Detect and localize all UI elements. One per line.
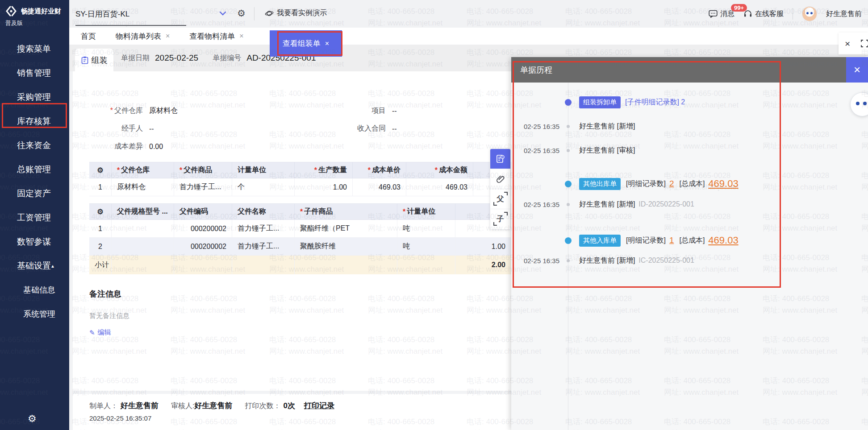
contract-field-value[interactable]: -- — [392, 125, 397, 133]
tab-bom-list[interactable]: 物料清单列表 × — [116, 31, 170, 41]
child-item-nav-button[interactable]: 子 — [490, 209, 510, 229]
remarks-title: 备注信息 — [89, 289, 511, 299]
close-icon[interactable]: × — [166, 32, 170, 40]
planet-icon — [265, 10, 274, 17]
tab-home[interactable]: 首页 — [81, 31, 96, 41]
event-text: 好生意售前 [审核] — [579, 146, 635, 155]
drawer-close-button[interactable]: × — [846, 57, 868, 83]
sidebar-item-purchase[interactable]: 采购管理 — [0, 85, 69, 109]
assembly-doc-meta: [子件明细记录数] 2 — [625, 98, 685, 107]
sidebar-item-system-mgmt[interactable]: 系统管理 — [0, 302, 69, 326]
outbound-doc-badge[interactable]: 其他出库单 — [579, 178, 621, 190]
doc-history-button[interactable] — [490, 149, 510, 169]
sidebar-item-smart-advisor[interactable]: 数智参谋 — [0, 230, 69, 254]
messages-button[interactable]: 消息 99+ — [709, 9, 734, 19]
inbound-doc-badge[interactable]: 其他入库单 — [579, 235, 621, 247]
total-cost-label: [总成本] — [679, 236, 705, 245]
demo-link[interactable]: 我要看实例演示 — [265, 8, 327, 18]
demo-label: 我要看实例演示 — [277, 8, 327, 18]
col-header-parent-spec: 父件规格型号 ... — [112, 203, 174, 220]
assembly-doc-badge[interactable]: 组装拆卸单 — [579, 96, 621, 108]
settings-gear-icon[interactable]: ⚙ — [237, 8, 246, 19]
doc-type-label: 组装 — [92, 55, 108, 66]
drawer-header: 单据历程 × — [511, 57, 868, 83]
subtotal-qty: 2.00 — [455, 256, 511, 274]
user-avatar[interactable] — [802, 6, 817, 21]
logo-row: 畅捷通好业财 — [0, 0, 69, 17]
event-time: 02-25 16:35 — [511, 201, 559, 208]
close-icon[interactable]: × — [239, 32, 243, 40]
edit-label: 编辑 — [98, 328, 111, 337]
tab-label: 查看物料清单 — [189, 31, 235, 41]
sidebar-item-sales[interactable]: 销售管理 — [0, 61, 69, 85]
sidebar-item-basic-info[interactable]: 基础信息 — [0, 278, 69, 302]
record-count-link[interactable]: 1 — [669, 236, 674, 245]
user-name[interactable]: 好生意售前 — [826, 9, 862, 19]
handler-field-value[interactable]: -- — [149, 125, 283, 133]
sidebar-item-payroll[interactable]: 工资管理 — [0, 206, 69, 230]
row-index: 1 — [89, 220, 112, 238]
sidebar-nav: 搜索菜单 销售管理 采购管理 库存核算 往来资金 总账管理 固定资产 工资管理 … — [0, 37, 69, 326]
timeline-doc-assembly: 组装拆卸单 [子件明细记录数] 2 — [511, 96, 868, 108]
online-service-button[interactable]: 在线客服 — [743, 9, 784, 19]
attachment-button[interactable] — [490, 169, 510, 189]
doc-type-pill[interactable]: 组装 — [75, 49, 113, 71]
record-count-link[interactable]: 2 — [669, 179, 674, 189]
project-field-value[interactable]: -- — [392, 107, 397, 115]
creator-value: 好生意售前 — [121, 401, 159, 411]
sidebar-item-inventory-accounting[interactable]: 库存核算 — [0, 109, 69, 133]
topbar-divider — [254, 7, 255, 21]
brand-logo-icon — [4, 5, 18, 17]
event-time: 02-25 16:35 — [511, 123, 559, 130]
print-record-link[interactable]: 打印记录 — [304, 401, 334, 411]
close-icon[interactable]: × — [325, 40, 329, 48]
cell-child-product: 聚酯纤维（PET — [295, 220, 397, 238]
column-settings-gear-icon[interactable]: ⚙ — [89, 162, 112, 178]
timeline-event: 02-25 16:35 好生意售前 [新增] IC-20250225-001 — [511, 255, 868, 266]
event-text: 好生意售前 [新增] — [579, 256, 635, 265]
document-footer: 制单人： 好生意售前 审核人: 好生意售前 打印次数： 0次 打印记录 2025… — [73, 394, 511, 430]
tab-bar: 首页 物料清单列表 × 查看物料清单 × — [69, 28, 868, 45]
tab-view-assembly-active[interactable]: 查看组装单 × — [270, 30, 342, 57]
print-count-value: 0次 — [283, 401, 295, 411]
column-settings-gear-icon[interactable]: ⚙ — [89, 203, 112, 220]
col-header-parent-name: 父件名称 — [232, 203, 295, 220]
tab-view-bom[interactable]: 查看物料清单 × — [189, 31, 243, 41]
sidebar-item-basic-settings[interactable]: 基础设置 ▲ — [0, 254, 69, 278]
col-header-cost-amount: *成本金额 — [406, 162, 473, 178]
sidebar-item-fixed-assets[interactable]: 固定资产 — [0, 182, 69, 206]
topbar-right: 消息 99+ 在线客服 好生意售前 — [709, 0, 862, 28]
doc-date-value: 2025-02-25 — [155, 53, 198, 63]
cost-diff-field-label: 成本差异 — [89, 142, 143, 151]
col-header-parent-warehouse: *父件仓库 — [112, 162, 174, 178]
paperclip-icon — [496, 174, 505, 183]
clipboard-icon — [81, 56, 88, 64]
chevron-down-icon[interactable] — [219, 11, 226, 16]
subtotal-label: 小计 — [89, 256, 112, 274]
tab-label: 首页 — [81, 31, 96, 41]
topbar: SY-日用百货-KL ⚙ 我要看实例演示 消息 99+ — [69, 0, 868, 28]
remarks-edit-button[interactable]: ✎ 编辑 — [89, 328, 511, 337]
sidebar-settings-gear-icon[interactable]: ⚙ — [28, 413, 37, 425]
warehouse-field-label: *父件仓库 — [89, 106, 143, 116]
assistant-robot-button[interactable] — [850, 92, 868, 116]
sidebar-item-general-ledger[interactable]: 总账管理 — [0, 157, 69, 182]
total-cost-link[interactable]: 469.03 — [708, 235, 738, 246]
fullscreen-icon[interactable] — [861, 40, 868, 47]
cell-name: 首力锤子工... — [232, 220, 295, 238]
cell-unit: 个 — [232, 178, 295, 196]
timeline-dot — [565, 181, 572, 187]
caret-up-icon: ▲ — [50, 254, 55, 278]
cell-child-product: 聚酰胺纤维 — [295, 238, 397, 256]
auditor-label: 审核人: — [171, 401, 194, 411]
col-header-parent-code: 父件编码 — [174, 203, 232, 220]
sidebar-item-search-menu[interactable]: 搜索菜单 — [0, 37, 69, 61]
tab-label: 查看组装单 — [283, 38, 321, 49]
company-name[interactable]: SY-日用百货-KL — [75, 9, 129, 19]
total-cost-link[interactable]: 469.03 — [708, 178, 738, 190]
close-icon[interactable]: × — [845, 39, 850, 48]
required-mark: * — [110, 107, 113, 114]
parent-item-nav-button[interactable]: 父 — [490, 189, 510, 209]
warehouse-field-value[interactable]: 原材料仓 — [149, 106, 283, 116]
sidebar-item-current-funds[interactable]: 往来资金 — [0, 133, 69, 157]
